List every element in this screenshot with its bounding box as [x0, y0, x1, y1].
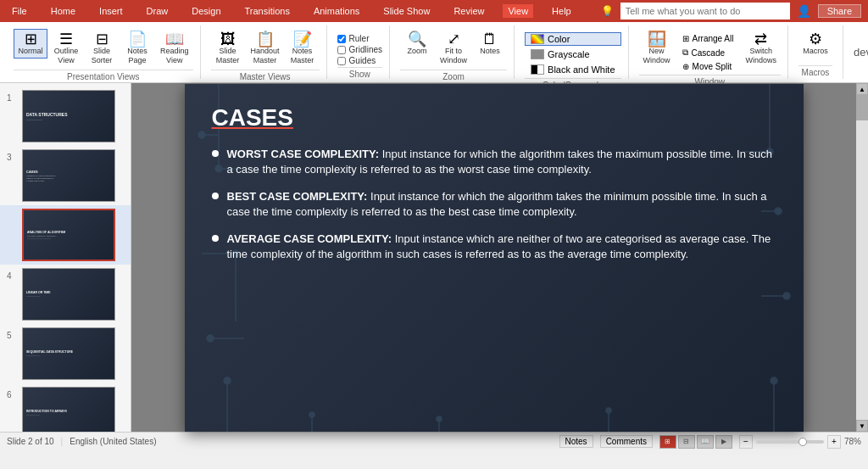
- thumb-title-4: LINEAR OR TIME: [26, 291, 51, 294]
- slide-sorter-status-icon[interactable]: ⊟: [678, 435, 695, 449]
- slide-master-button[interactable]: 🖼 SlideMaster: [211, 29, 245, 68]
- grayscale-swatch: [531, 49, 544, 59]
- menu-animations[interactable]: Animations: [309, 4, 364, 18]
- scroll-up-arrow[interactable]: ▲: [856, 83, 868, 95]
- gridlines-check-input[interactable]: [337, 46, 346, 54]
- macros-button[interactable]: ⚙ Macros: [798, 29, 832, 59]
- thumb-content-3: CASES • WORST CASE COMPLEXITY• BEST CASE…: [23, 150, 114, 201]
- tell-me-search[interactable]: [620, 3, 790, 20]
- slide-num-active: [7, 209, 17, 212]
- thumb-text-active: The time complexity describes...────────…: [27, 235, 58, 240]
- comments-status-button[interactable]: Comments: [600, 435, 653, 448]
- handout-master-button[interactable]: 📋 HandoutMaster: [247, 29, 284, 68]
- thumb-text-6: ─────────: [26, 414, 40, 416]
- menu-file[interactable]: File: [7, 4, 32, 18]
- move-split-button[interactable]: ⊕ Move Split: [676, 60, 740, 73]
- grayscale-button[interactable]: Grayscale: [525, 47, 620, 61]
- ribbon-top-right: 💡 👤 Share: [601, 3, 861, 20]
- guides-label: Guides: [349, 56, 376, 65]
- arrange-all-button[interactable]: ⊞ Arrange All: [676, 32, 740, 45]
- bullet-text-3: AVERAGE CASE COMPLEXITY: Input instance …: [227, 232, 776, 262]
- normal-view-button[interactable]: ⊞ Normal: [14, 29, 47, 59]
- zoom-slider[interactable]: [756, 440, 824, 444]
- guides-checkbox[interactable]: Guides: [337, 56, 382, 65]
- black-white-button[interactable]: Black and White: [525, 63, 620, 76]
- cascade-icon: ⧉: [682, 47, 688, 58]
- outline-view-button[interactable]: ☰ OutlineView: [49, 29, 83, 68]
- fit-to-window-label: Fit toWindow: [440, 47, 467, 65]
- notes-button[interactable]: 🗒 Notes: [473, 29, 507, 59]
- scrollbar-track[interactable]: [856, 95, 868, 420]
- slide-thumb-3[interactable]: 3 CASES • WORST CASE COMPLEXITY• BEST CA…: [0, 146, 131, 205]
- slide-panel[interactable]: 1 DATA STRUCTURES ───────── 3 CASES • WO…: [0, 83, 131, 432]
- slideshow-status-icon[interactable]: ▶: [715, 435, 732, 449]
- thumb-text-1: ─────────: [26, 118, 42, 121]
- menu-insert[interactable]: Insert: [94, 4, 128, 18]
- slide-thumbnail-active[interactable]: ANALYSIS OF ALGORITHM The time complexit…: [22, 209, 115, 261]
- new-window-button[interactable]: 🪟 NewWindow: [639, 29, 675, 68]
- notes-master-button[interactable]: 📝 NotesMaster: [286, 29, 320, 68]
- slide-thumb-5[interactable]: 5 SEQUENTIAL DATA STRUCTURE ─────────: [0, 324, 131, 383]
- top-menu: File Home Insert Draw Design Transitions…: [7, 4, 576, 18]
- zoom-button[interactable]: 🔍 Zoom: [400, 29, 434, 59]
- menu-draw[interactable]: Draw: [142, 4, 174, 18]
- guides-check-input[interactable]: [337, 57, 346, 65]
- menu-home[interactable]: Home: [46, 4, 81, 18]
- menu-view[interactable]: View: [503, 4, 533, 18]
- menu-slideshow[interactable]: Slide Show: [378, 4, 435, 18]
- scrollbar-thumb[interactable]: [856, 95, 868, 120]
- master-views-group: 🖼 SlideMaster 📋 HandoutMaster 📝 NotesMas…: [204, 25, 327, 79]
- thumb-title-active: ANALYSIS OF ALGORITHM: [27, 231, 65, 234]
- notes-page-button[interactable]: 📄 NotesPage: [120, 29, 154, 68]
- slide-thumbnail-6[interactable]: INTRODUCTION TO ARRAYS ─────────: [22, 387, 115, 432]
- reading-view-button[interactable]: 📖 ReadingView: [156, 29, 193, 68]
- slide-sorter-button[interactable]: ⊟ SlideSorter: [85, 29, 119, 68]
- bullet-item-1: WORST CASE COMPLEXITY: Input instance fo…: [212, 147, 776, 177]
- zoom-out-button[interactable]: −: [739, 435, 753, 449]
- menu-help[interactable]: Help: [547, 4, 576, 18]
- scroll-down-arrow[interactable]: ▼: [856, 420, 868, 432]
- switch-windows-button[interactable]: ⇄ SwitchWindows: [741, 29, 781, 68]
- zoom-thumb[interactable]: [798, 438, 807, 446]
- slide-thumbnail-4[interactable]: LINEAR OR TIME ─────────: [22, 268, 115, 321]
- handout-master-icon: 📋: [256, 31, 275, 47]
- bullet-label-2: BEST CASE COMPLEXITY:: [227, 190, 368, 203]
- thumb-title-5: SEQUENTIAL DATA STRUCTURE: [26, 350, 73, 354]
- slide-thumb-active[interactable]: ANALYSIS OF ALGORITHM The time complexit…: [0, 205, 131, 265]
- notes-master-icon: 📝: [293, 31, 312, 47]
- slide-thumbnail-5[interactable]: SEQUENTIAL DATA STRUCTURE ─────────: [22, 327, 115, 380]
- reading-view-status-icon[interactable]: 📖: [697, 435, 714, 449]
- gridlines-label: Gridlines: [349, 45, 382, 54]
- slide-thumbnail-3[interactable]: CASES • WORST CASE COMPLEXITY• BEST CASE…: [22, 149, 115, 202]
- thumb-text-5: ─────────: [26, 355, 40, 357]
- menu-transitions[interactable]: Transitions: [240, 4, 295, 18]
- slide-thumb-1[interactable]: 1 DATA STRUCTURES ─────────: [0, 87, 131, 146]
- cascade-button[interactable]: ⧉ Cascade: [676, 46, 740, 59]
- share-button[interactable]: Share: [818, 4, 861, 18]
- slide-thumb-6[interactable]: 6 INTRODUCTION TO ARRAYS ─────────: [0, 383, 131, 432]
- outline-view-icon: ☰: [59, 31, 73, 47]
- normal-view-status-icon[interactable]: ⊞: [659, 435, 676, 449]
- right-scrollbar[interactable]: ▲ ▼: [856, 83, 868, 432]
- slide-thumbnail-1[interactable]: DATA STRUCTURES ─────────: [22, 90, 115, 142]
- ribbon-content: ⊞ Normal ☰ OutlineView ⊟ SlideSorter 📄 N…: [0, 22, 868, 83]
- main-slide[interactable]: CASES WORST CASE COMPLEXITY: Input insta…: [185, 84, 804, 432]
- bullet-dot-3: [212, 235, 219, 242]
- slide-thumb-4[interactable]: 4 LINEAR OR TIME ─────────: [0, 265, 131, 324]
- logo-text: developerpublish.com: [854, 46, 868, 59]
- ruler-check-input[interactable]: [337, 35, 346, 43]
- language-info: English (United States): [70, 437, 156, 446]
- menu-design[interactable]: Design: [186, 4, 225, 18]
- color-group: Color Grayscale Black and White Color/Gr…: [518, 25, 628, 79]
- color-button[interactable]: Color: [525, 32, 620, 46]
- notes-status-button[interactable]: Notes: [559, 435, 593, 448]
- thumb-content-4: LINEAR OR TIME ─────────: [23, 269, 114, 320]
- zoom-in-button[interactable]: +: [827, 435, 841, 449]
- gridlines-checkbox[interactable]: Gridlines: [337, 45, 382, 54]
- color-items: Color Grayscale Black and White: [525, 25, 620, 76]
- thumb-text-3: • WORST CASE COMPLEXITY• BEST CASE COMPL…: [26, 175, 56, 182]
- ruler-checkbox[interactable]: Ruler: [337, 34, 382, 43]
- menu-review[interactable]: Review: [448, 4, 489, 18]
- arrange-group-items: ⊞ Arrange All ⧉ Cascade ⊕ Move Split: [676, 29, 740, 73]
- fit-to-window-button[interactable]: ⤢ Fit toWindow: [436, 29, 471, 68]
